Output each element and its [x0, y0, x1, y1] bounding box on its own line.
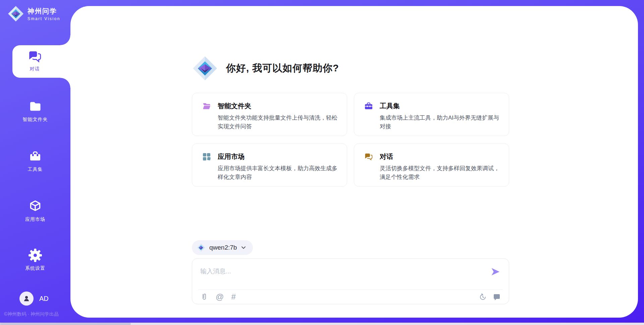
card-description: 应用市场提供丰富长文本模板，助力高效生成多样化文章内容 — [218, 164, 339, 181]
card-description: 灵活切换多模型文件，支持多样回复效果调试，满足个性化需求 — [380, 164, 501, 181]
card-title: 工具集 — [380, 102, 400, 111]
greeting-title: 你好, 我可以如何帮助你? — [226, 62, 339, 75]
card-head: 对话 — [364, 152, 501, 161]
chat-icon — [364, 152, 373, 161]
sidebar-item-label: 系统设置 — [25, 265, 45, 271]
briefcase-icon — [29, 150, 42, 163]
message-composer: @ # — [192, 258, 509, 304]
sidebar-item-label: 智能文件夹 — [23, 117, 48, 123]
sidebar-item-settings[interactable]: 系统设置 — [0, 249, 70, 271]
horizontal-scrollbar[interactable] — [0, 323, 644, 325]
folder-icon — [29, 100, 42, 113]
user-initials: AD — [39, 295, 49, 303]
folder-open-icon — [202, 102, 211, 111]
logo-title: 神州问学 — [28, 7, 60, 16]
gear-icon — [29, 249, 42, 262]
attachment-icon — [200, 293, 208, 301]
chat-icon — [28, 50, 42, 64]
hero-diamond-icon — [192, 55, 218, 81]
app-logo: 神州问学 Smart Vision — [7, 5, 60, 22]
history-button[interactable] — [479, 293, 487, 301]
mention-button[interactable]: @ — [216, 293, 224, 301]
logo-diamond-icon — [7, 5, 24, 22]
logo-text: 神州问学 Smart Vision — [28, 7, 60, 21]
logo-subtitle: Smart Vision — [28, 16, 60, 21]
card-smart-folder[interactable]: 智能文件夹 智能文件夹功能支持批量文件上传与清洗，轻松实现文件问答 — [192, 93, 347, 136]
main-inner: 你好, 我可以如何帮助你? 智能文件夹 智能文件夹功能支持批量文件上传与清洗，轻… — [192, 55, 509, 304]
card-head: 应用市场 — [202, 152, 339, 161]
toolbar-left: @ # — [200, 293, 236, 301]
diamond-logo-icon — [197, 243, 205, 252]
card-description: 智能文件夹功能支持批量文件上传与清洗，轻松实现文件问答 — [218, 114, 339, 131]
send-icon — [490, 267, 500, 277]
sidebar-item-label: 应用市场 — [25, 216, 45, 222]
sidebar-item-toolset[interactable]: 工具集 — [0, 150, 70, 173]
model-selector[interactable]: qwen2:7b — [192, 240, 253, 255]
sidebar-item-app-market[interactable]: 应用市场 — [0, 200, 70, 222]
footer-credit: ©神州数码 · 神州问学出品 — [4, 311, 70, 317]
sidebar-item-chat[interactable]: 对话 — [12, 45, 70, 78]
topic-button[interactable]: # — [231, 293, 235, 301]
card-app-market[interactable]: 应用市场 应用市场提供丰富长文本模板，助力高效生成多样化文章内容 — [192, 143, 347, 187]
card-head: 工具集 — [364, 102, 501, 111]
cube-icon — [29, 200, 42, 213]
feature-cards: 智能文件夹 智能文件夹功能支持批量文件上传与清洗，轻松实现文件问答 工具 — [192, 93, 509, 187]
scrollbar-thumb[interactable] — [0, 323, 131, 325]
comment-button[interactable] — [493, 293, 501, 301]
tab-curve-bottom — [60, 78, 70, 88]
avatar — [19, 291, 34, 306]
card-description: 集成市场上主流工具，助力AI与外界无缝扩展与对接 — [380, 114, 501, 131]
model-name: qwen2:7b — [209, 244, 237, 251]
card-toolset[interactable]: 工具集 集成市场上主流工具，助力AI与外界无缝扩展与对接 — [354, 93, 509, 136]
greeting-block: 你好, 我可以如何帮助你? — [192, 55, 509, 81]
history-icon — [479, 293, 487, 301]
send-button[interactable] — [490, 267, 501, 277]
comment-icon — [493, 293, 501, 301]
sidebar: 神州问学 Smart Vision 对话 智能文件夹 工具集 — [0, 0, 70, 325]
toolbar-right — [479, 293, 501, 301]
card-title: 对话 — [380, 152, 393, 161]
card-title: 智能文件夹 — [218, 102, 251, 111]
sidebar-item-label: 对话 — [30, 66, 40, 72]
chevron-down-icon — [241, 245, 246, 250]
briefcase-icon — [364, 102, 373, 111]
card-head: 智能文件夹 — [202, 102, 339, 111]
main-content: 你好, 我可以如何帮助你? 智能文件夹 智能文件夹功能支持批量文件上传与清洗，轻… — [70, 6, 638, 318]
card-title: 应用市场 — [218, 152, 245, 161]
composer-toolbar: @ # — [200, 290, 501, 304]
attachment-button[interactable] — [200, 293, 208, 301]
tab-curve-top — [60, 35, 70, 45]
card-chat[interactable]: 对话 灵活切换多模型文件，支持多样回复效果调试，满足个性化需求 — [354, 143, 509, 187]
person-icon — [22, 295, 31, 303]
user-profile[interactable]: AD — [19, 291, 49, 306]
sidebar-item-label: 工具集 — [28, 167, 43, 173]
sidebar-item-smart-folder[interactable]: 智能文件夹 — [0, 100, 70, 123]
blocks-icon — [202, 152, 211, 161]
app-root: 神州问学 Smart Vision 对话 智能文件夹 工具集 — [0, 0, 644, 325]
message-input[interactable] — [200, 265, 475, 278]
